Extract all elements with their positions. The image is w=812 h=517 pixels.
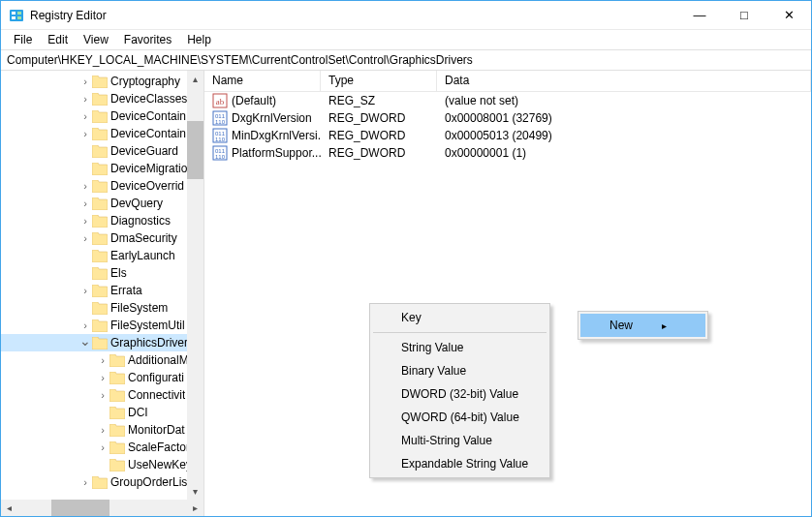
menu-edit[interactable]: Edit bbox=[41, 31, 75, 48]
submenu-item[interactable]: Multi-String Value bbox=[372, 429, 547, 452]
tree-item-label: Connectivit bbox=[128, 388, 185, 402]
chevron-right-icon[interactable]: › bbox=[78, 215, 92, 227]
scroll-left-icon[interactable]: ◂ bbox=[1, 500, 17, 516]
menubar: File Edit View Favorites Help bbox=[1, 30, 811, 49]
chevron-right-icon[interactable]: › bbox=[78, 180, 92, 192]
chevron-right-icon[interactable]: › bbox=[78, 198, 92, 209]
submenu-item[interactable]: Expandable String Value bbox=[372, 452, 547, 475]
column-type[interactable]: Type bbox=[321, 71, 437, 91]
chevron-right-icon[interactable]: › bbox=[78, 319, 92, 331]
chevron-right-icon[interactable]: › bbox=[78, 76, 92, 87]
tree-item[interactable]: ›DeviceGuard bbox=[1, 142, 203, 160]
folder-icon bbox=[109, 407, 125, 419]
chevron-right-icon[interactable]: › bbox=[96, 441, 109, 453]
submenu-item[interactable]: Key bbox=[372, 306, 547, 329]
tree-item[interactable]: ›ScaleFactor bbox=[1, 439, 203, 456]
tree-item-label: DevQuery bbox=[110, 197, 163, 210]
value-row[interactable]: 011110DxgKrnlVersionREG_DWORD0x00008001 … bbox=[204, 109, 811, 127]
tree-item[interactable]: ›AdditionalM bbox=[1, 351, 203, 369]
titlebar: Registry Editor — □ ✕ bbox=[1, 1, 811, 30]
tree-item[interactable]: ›DeviceContain bbox=[1, 107, 203, 125]
tree-item[interactable]: ›GroupOrderLis bbox=[1, 473, 203, 491]
value-row[interactable]: 011110MinDxgKrnlVersi...REG_DWORD0x00005… bbox=[204, 127, 811, 144]
tree-item[interactable]: ›Cryptography bbox=[1, 73, 203, 90]
tree-item[interactable]: ›EarlyLaunch bbox=[1, 247, 203, 264]
value-row[interactable]: 011110PlatformSuppor...REG_DWORD0x000000… bbox=[204, 144, 811, 162]
tree-item[interactable]: ›Errata bbox=[1, 282, 203, 299]
tree-item[interactable]: ›UseNewKey bbox=[1, 456, 203, 473]
tree-item[interactable]: ›MonitorDat bbox=[1, 421, 203, 439]
chevron-right-icon[interactable]: › bbox=[96, 424, 109, 436]
tree-item[interactable]: ›DevQuery bbox=[1, 195, 203, 212]
address-bar[interactable]: Computer\HKEY_LOCAL_MACHINE\SYSTEM\Curre… bbox=[1, 49, 811, 71]
value-row[interactable]: ab(Default)REG_SZ(value not set) bbox=[204, 92, 811, 109]
menu-view[interactable]: View bbox=[77, 31, 115, 48]
address-text: Computer\HKEY_LOCAL_MACHINE\SYSTEM\Curre… bbox=[7, 53, 473, 67]
scroll-up-icon[interactable]: ▴ bbox=[187, 71, 203, 87]
svg-rect-3 bbox=[17, 12, 21, 15]
tree-item[interactable]: ›DeviceOverrid bbox=[1, 177, 203, 195]
chevron-right-icon[interactable]: › bbox=[96, 354, 109, 366]
submenu-item[interactable]: String Value bbox=[372, 336, 547, 359]
window-title: Registry Editor bbox=[30, 9, 677, 22]
chevron-right-icon[interactable]: › bbox=[78, 93, 92, 105]
tree-item[interactable]: ›Connectivit bbox=[1, 386, 203, 404]
tree-item[interactable]: ›Diagnostics bbox=[1, 212, 203, 229]
tree-horizontal-scrollbar[interactable]: ◂ ▸ bbox=[1, 500, 203, 516]
svg-rect-2 bbox=[12, 16, 16, 19]
tree-item[interactable]: ›DeviceClasses bbox=[1, 90, 203, 107]
registry-tree: ›Cryptography›DeviceClasses›DeviceContai… bbox=[1, 71, 203, 493]
folder-icon bbox=[109, 372, 125, 384]
tree-scroll[interactable]: ›Cryptography›DeviceClasses›DeviceContai… bbox=[1, 71, 203, 516]
menu-file[interactable]: File bbox=[7, 31, 39, 48]
chevron-right-icon[interactable]: › bbox=[78, 285, 92, 296]
menu-help[interactable]: Help bbox=[180, 31, 218, 48]
chevron-right-icon[interactable]: › bbox=[78, 232, 92, 244]
scroll-h-track[interactable] bbox=[17, 500, 187, 516]
chevron-right-icon: ▸ bbox=[662, 320, 667, 331]
svg-text:ab: ab bbox=[216, 97, 225, 106]
tree-item[interactable]: ›DCI bbox=[1, 404, 203, 421]
tree-item[interactable]: ›Els bbox=[1, 264, 203, 282]
tree-item[interactable]: ›DeviceContain bbox=[1, 125, 203, 142]
folder-icon bbox=[92, 250, 108, 262]
maximize-button[interactable]: □ bbox=[722, 1, 766, 29]
svg-rect-0 bbox=[10, 10, 23, 21]
tree-item[interactable]: ›DmaSecurity bbox=[1, 229, 203, 247]
tree-item[interactable]: ›DeviceMigratio bbox=[1, 160, 203, 177]
tree-item-label: DeviceClasses bbox=[110, 92, 187, 106]
chevron-right-icon[interactable]: › bbox=[78, 110, 92, 122]
scroll-right-icon[interactable]: ▸ bbox=[187, 500, 203, 516]
tree-item[interactable]: ›Configurati bbox=[1, 369, 203, 386]
chevron-right-icon[interactable]: › bbox=[78, 476, 92, 488]
column-data[interactable]: Data bbox=[437, 71, 811, 91]
submenu-item[interactable]: DWORD (32-bit) Value bbox=[372, 382, 547, 406]
tree-item[interactable]: ›FileSystemUtil bbox=[1, 317, 203, 334]
tree-item[interactable]: ⌄GraphicsDrivers bbox=[1, 334, 203, 351]
column-name[interactable]: Name bbox=[204, 71, 321, 91]
tree-item-label: AdditionalM bbox=[128, 353, 189, 367]
close-button[interactable]: ✕ bbox=[766, 1, 811, 29]
chevron-right-icon[interactable]: › bbox=[78, 128, 92, 139]
submenu-item[interactable]: Binary Value bbox=[372, 359, 547, 382]
tree-item[interactable]: ›FileSystem bbox=[1, 299, 203, 317]
context-new[interactable]: New ▸ bbox=[580, 314, 705, 337]
chevron-right-icon[interactable]: › bbox=[96, 389, 109, 401]
tree-item-label: DeviceMigratio bbox=[110, 162, 187, 175]
scroll-v-thumb[interactable] bbox=[187, 121, 203, 179]
scroll-v-track[interactable] bbox=[187, 87, 203, 483]
scroll-down-icon[interactable]: ▾ bbox=[187, 483, 203, 500]
chevron-down-icon[interactable]: ⌄ bbox=[78, 333, 92, 349]
menu-favorites[interactable]: Favorites bbox=[117, 31, 178, 48]
tree-item-label: Diagnostics bbox=[110, 214, 171, 228]
minimize-button[interactable]: — bbox=[677, 1, 722, 29]
scroll-h-thumb[interactable] bbox=[51, 500, 109, 516]
tree-item-label: UseNewKey bbox=[128, 458, 192, 471]
tree-vertical-scrollbar[interactable]: ▴ ▾ bbox=[187, 71, 203, 500]
submenu-item[interactable]: QWORD (64-bit) Value bbox=[372, 406, 547, 429]
value-name: PlatformSuppor... bbox=[232, 146, 321, 160]
values-list[interactable]: ab(Default)REG_SZ(value not set)011110Dx… bbox=[204, 92, 811, 516]
folder-icon bbox=[92, 163, 108, 175]
chevron-right-icon[interactable]: › bbox=[96, 372, 109, 383]
folder-icon bbox=[92, 93, 108, 106]
